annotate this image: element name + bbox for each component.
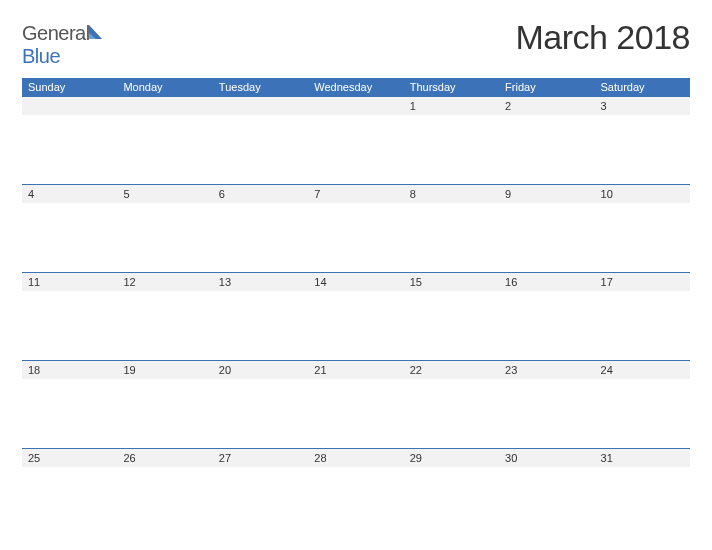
calendar-day-cell: 2	[499, 97, 594, 185]
day-number: 13	[213, 273, 308, 291]
day-number: 16	[499, 273, 594, 291]
day-number: 23	[499, 361, 594, 379]
calendar-day-cell: 9	[499, 185, 594, 273]
day-number: 5	[117, 185, 212, 203]
day-cell-body	[308, 379, 403, 448]
day-number: 6	[213, 185, 308, 203]
day-header-row: Sunday Monday Tuesday Wednesday Thursday…	[22, 78, 690, 97]
day-cell-body	[404, 115, 499, 184]
calendar-week-row: 18192021222324	[22, 361, 690, 449]
sail-icon	[88, 22, 104, 45]
brand-text: GeneralBlue	[22, 22, 104, 68]
day-number: 20	[213, 361, 308, 379]
day-cell-body	[117, 291, 212, 360]
calendar-day-cell: 6	[213, 185, 308, 273]
day-number: 10	[595, 185, 690, 203]
day-number: 27	[213, 449, 308, 467]
calendar-day-cell: 3	[595, 97, 690, 185]
day-number: 3	[595, 97, 690, 115]
day-cell-body	[117, 379, 212, 448]
calendar-day-cell: 16	[499, 273, 594, 361]
calendar-day-cell: 28	[308, 449, 403, 537]
day-cell-body	[404, 379, 499, 448]
day-number: 31	[595, 449, 690, 467]
brand-word-2: Blue	[22, 45, 60, 67]
calendar-week-row: 11121314151617	[22, 273, 690, 361]
calendar-day-cell: 26	[117, 449, 212, 537]
calendar-day-cell: .	[22, 97, 117, 185]
calendar-day-cell: .	[308, 97, 403, 185]
day-cell-body	[22, 291, 117, 360]
calendar-day-cell: 27	[213, 449, 308, 537]
day-number: 14	[308, 273, 403, 291]
day-cell-body	[499, 467, 594, 537]
day-number: 15	[404, 273, 499, 291]
day-cell-body	[595, 203, 690, 272]
calendar-day-cell: 17	[595, 273, 690, 361]
day-cell-body	[499, 115, 594, 184]
calendar-day-cell: 29	[404, 449, 499, 537]
day-cell-body	[117, 115, 212, 184]
calendar-week-row: ....123	[22, 97, 690, 185]
day-number: 12	[117, 273, 212, 291]
calendar-day-cell: 25	[22, 449, 117, 537]
calendar-week-row: 45678910	[22, 185, 690, 273]
day-cell-body	[213, 203, 308, 272]
day-cell-body	[22, 115, 117, 184]
day-number: 30	[499, 449, 594, 467]
header: GeneralBlue March 2018	[22, 18, 690, 68]
calendar-body: ....123456789101112131415161718192021222…	[22, 97, 690, 537]
day-header: Sunday	[22, 78, 117, 97]
day-number: 2	[499, 97, 594, 115]
day-cell-body	[404, 467, 499, 537]
day-cell-body	[22, 203, 117, 272]
day-number: 22	[404, 361, 499, 379]
day-cell-body	[213, 291, 308, 360]
calendar-day-cell: 12	[117, 273, 212, 361]
day-cell-body	[499, 291, 594, 360]
day-cell-body	[499, 203, 594, 272]
day-cell-body	[595, 467, 690, 537]
day-number: 29	[404, 449, 499, 467]
day-cell-body	[595, 379, 690, 448]
day-number: 26	[117, 449, 212, 467]
calendar-day-cell: 14	[308, 273, 403, 361]
day-number: 28	[308, 449, 403, 467]
day-cell-body	[22, 379, 117, 448]
calendar-title: March 2018	[515, 18, 690, 57]
day-number: 11	[22, 273, 117, 291]
calendar-day-cell: 24	[595, 361, 690, 449]
calendar-day-cell: 22	[404, 361, 499, 449]
day-number: 18	[22, 361, 117, 379]
day-header: Tuesday	[213, 78, 308, 97]
calendar-day-cell: 1	[404, 97, 499, 185]
day-header: Wednesday	[308, 78, 403, 97]
calendar-day-cell: 8	[404, 185, 499, 273]
day-cell-body	[595, 291, 690, 360]
day-cell-body	[308, 203, 403, 272]
calendar-day-cell: 15	[404, 273, 499, 361]
calendar-day-cell: 5	[117, 185, 212, 273]
calendar-day-cell: 7	[308, 185, 403, 273]
day-cell-body	[308, 467, 403, 537]
calendar-day-cell: 30	[499, 449, 594, 537]
day-number: 21	[308, 361, 403, 379]
day-cell-body	[213, 115, 308, 184]
calendar-day-cell: 13	[213, 273, 308, 361]
calendar-day-cell: 21	[308, 361, 403, 449]
day-number: 19	[117, 361, 212, 379]
day-cell-body	[499, 379, 594, 448]
day-number: 8	[404, 185, 499, 203]
day-cell-body	[117, 203, 212, 272]
calendar-day-cell: 11	[22, 273, 117, 361]
calendar-day-cell: 4	[22, 185, 117, 273]
day-number: 17	[595, 273, 690, 291]
day-number: 25	[22, 449, 117, 467]
calendar-week-row: 25262728293031	[22, 449, 690, 537]
day-number: 24	[595, 361, 690, 379]
day-header: Friday	[499, 78, 594, 97]
day-cell-body	[595, 115, 690, 184]
calendar-day-cell: .	[213, 97, 308, 185]
calendar-day-cell: 10	[595, 185, 690, 273]
calendar-day-cell: 23	[499, 361, 594, 449]
